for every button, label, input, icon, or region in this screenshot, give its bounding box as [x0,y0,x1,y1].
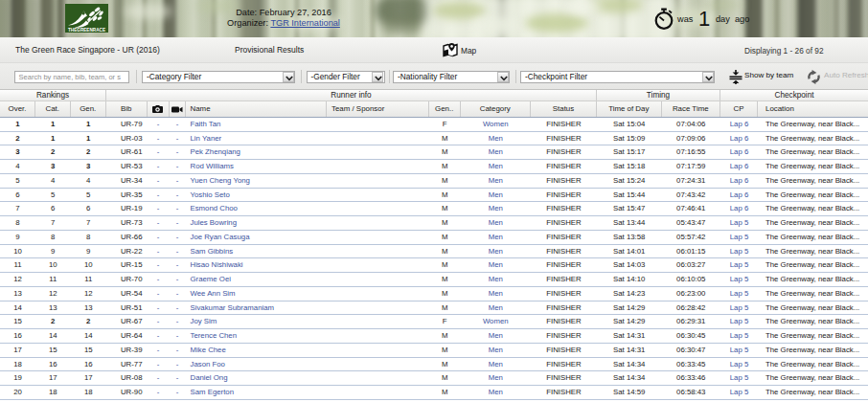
svg-text:THEGREENRACE: THEGREENRACE [68,27,105,33]
